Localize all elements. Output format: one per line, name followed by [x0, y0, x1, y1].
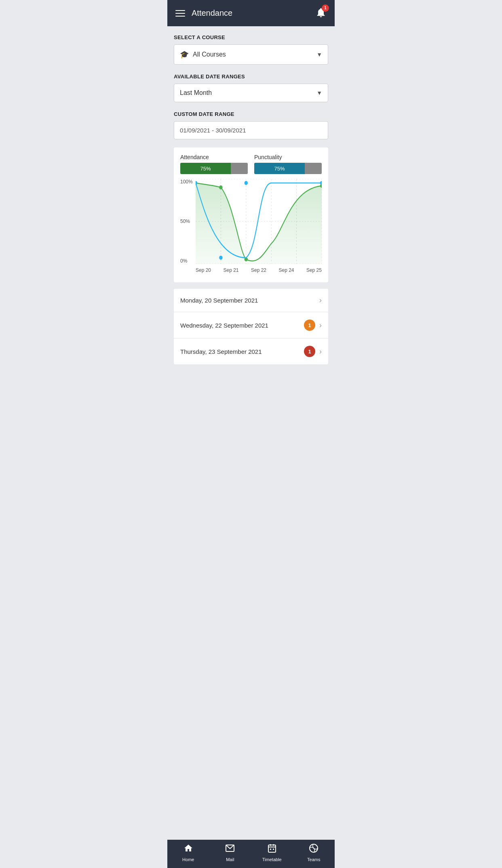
chevron-right-icon: ›	[319, 296, 322, 305]
nav-teams-label: Teams	[307, 857, 320, 862]
mail-icon	[225, 843, 235, 855]
stats-section: Attendance 75% Punctuality 75%	[174, 147, 328, 282]
graduation-icon: 🎓	[180, 50, 189, 59]
date-item-right: 1 ›	[304, 346, 322, 357]
home-icon	[184, 843, 193, 855]
y-label-100: 100%	[180, 179, 196, 185]
blue-dot-sep21	[219, 256, 222, 260]
nav-home[interactable]: Home	[167, 843, 209, 862]
green-dot-sep21	[219, 185, 222, 189]
custom-date-input[interactable]: 01/09/2021 - 30/09/2021	[174, 121, 328, 139]
hamburger-menu[interactable]	[175, 10, 185, 17]
chevron-down-icon: ▼	[316, 51, 322, 58]
notification-bell[interactable]: 1	[315, 7, 327, 20]
nav-timetable-label: Timetable	[262, 857, 282, 862]
app-header: Attendance 1	[167, 0, 335, 26]
nav-timetable[interactable]: Timetable	[251, 843, 293, 862]
attendance-fill: 75%	[180, 163, 231, 174]
nav-mail[interactable]: Mail	[209, 843, 251, 862]
x-label-sep20: Sep 20	[196, 267, 211, 273]
date-range-selected-text: Last Month	[180, 89, 212, 97]
chart-x-labels: Sep 20 Sep 21 Sep 22 Sep 24 Sep 25	[196, 265, 322, 276]
punctuality-stat: Punctuality 75%	[254, 154, 322, 174]
punctuality-label: Punctuality	[254, 154, 322, 160]
svg-rect-14	[273, 849, 274, 850]
blue-dot-sep25	[320, 181, 322, 185]
custom-date-value: 01/09/2021 - 30/09/2021	[180, 127, 246, 134]
attendance-remaining	[231, 163, 248, 174]
status-badge-orange: 1	[304, 319, 315, 331]
course-dropdown[interactable]: 🎓 All Courses ▼	[174, 44, 328, 65]
chart-y-labels: 100% 50% 0%	[180, 179, 196, 264]
chevron-down-icon: ▼	[316, 90, 322, 96]
date-list-item[interactable]: Thursday, 23 September 2021 1 ›	[174, 338, 328, 364]
chevron-right-icon: ›	[319, 321, 322, 330]
chevron-right-icon: ›	[319, 347, 322, 356]
svg-rect-13	[270, 849, 271, 850]
course-section: SELECT A COURSE 🎓 All Courses ▼	[174, 34, 328, 65]
x-label-sep22: Sep 22	[251, 267, 266, 273]
header-left: Attendance	[175, 8, 232, 18]
bottom-nav: Home Mail Timetable Teams	[167, 840, 335, 868]
attendance-value: 75%	[200, 166, 211, 172]
punctuality-fill: 75%	[254, 163, 305, 174]
attendance-label: Attendance	[180, 154, 248, 160]
notification-badge: 1	[322, 4, 329, 12]
timetable-icon	[267, 843, 277, 855]
date-list: Monday, 20 September 2021 › Wednesday, 2…	[174, 289, 328, 364]
punctuality-remaining	[305, 163, 322, 174]
date-item-right: ›	[319, 296, 322, 305]
chart-svg	[196, 179, 322, 264]
status-badge-red: 1	[304, 346, 315, 357]
nav-home-label: Home	[182, 857, 194, 862]
course-selected-text: All Courses	[193, 51, 226, 58]
y-label-0: 0%	[180, 258, 196, 264]
date-ranges-section: AVAILABLE DATE RANGES Last Month ▼	[174, 74, 328, 102]
attendance-chart: 100% 50% 0%	[180, 179, 322, 276]
date-range-dropdown[interactable]: Last Month ▼	[174, 84, 328, 102]
date-list-item[interactable]: Monday, 20 September 2021 ›	[174, 289, 328, 312]
x-label-sep24: Sep 24	[278, 267, 294, 273]
attendance-bar: 75%	[180, 163, 248, 174]
x-label-sep21: Sep 21	[223, 267, 238, 273]
date-list-item[interactable]: Wednesday, 22 September 2021 1 ›	[174, 312, 328, 338]
nav-teams[interactable]: Teams	[293, 843, 335, 862]
date-item-right: 1 ›	[304, 319, 322, 331]
course-dropdown-value: 🎓 All Courses	[180, 50, 226, 59]
svg-rect-9	[268, 845, 276, 852]
attendance-stat: Attendance 75%	[180, 154, 248, 174]
date-item-label: Wednesday, 22 September 2021	[180, 322, 268, 329]
custom-date-section: CUSTOM DATE RANGE 01/09/2021 - 30/09/202…	[174, 111, 328, 139]
nav-mail-label: Mail	[226, 857, 234, 862]
main-content: SELECT A COURSE 🎓 All Courses ▼ AVAILABL…	[167, 26, 335, 840]
page-title: Attendance	[192, 8, 232, 18]
custom-date-label: CUSTOM DATE RANGE	[174, 111, 328, 117]
y-label-50: 50%	[180, 219, 196, 224]
stats-row: Attendance 75% Punctuality 75%	[180, 154, 322, 174]
teams-icon	[309, 843, 318, 855]
chart-svg-area	[196, 179, 322, 264]
date-item-label: Thursday, 23 September 2021	[180, 348, 262, 355]
punctuality-bar: 75%	[254, 163, 322, 174]
date-ranges-label: AVAILABLE DATE RANGES	[174, 74, 328, 80]
green-area	[196, 183, 322, 264]
date-item-label: Monday, 20 September 2021	[180, 297, 258, 304]
course-label: SELECT A COURSE	[174, 34, 328, 40]
punctuality-value: 75%	[274, 166, 285, 172]
x-label-sep25: Sep 25	[306, 267, 322, 273]
blue-dot-sep22	[245, 181, 248, 185]
